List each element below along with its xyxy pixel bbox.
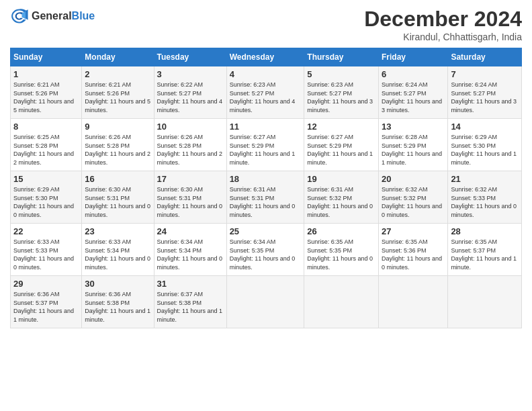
calendar-cell	[304, 276, 379, 328]
calendar-cell: 15 Sunrise: 6:29 AM Sunset: 5:30 PM Dayl…	[11, 171, 82, 224]
day-number: 7	[451, 69, 519, 79]
subtitle: Kirandul, Chhattisgarh, India	[364, 32, 522, 42]
calendar-cell: 29 Sunrise: 6:36 AM Sunset: 5:37 PM Dayl…	[11, 276, 82, 328]
day-info: Sunrise: 6:34 AM Sunset: 5:35 PM Dayligh…	[230, 238, 302, 271]
day-info: Sunrise: 6:26 AM Sunset: 5:28 PM Dayligh…	[85, 133, 150, 167]
page: GeneralBlue December 2024 Kirandul, Chha…	[0, 0, 532, 335]
logo: GeneralBlue	[10, 7, 95, 26]
day-info: Sunrise: 6:23 AM Sunset: 5:27 PM Dayligh…	[307, 81, 375, 114]
calendar-week-5: 29 Sunrise: 6:36 AM Sunset: 5:37 PM Dayl…	[11, 276, 522, 328]
logo-icon	[10, 7, 29, 26]
calendar-week-2: 8 Sunrise: 6:25 AM Sunset: 5:28 PM Dayli…	[11, 119, 522, 171]
calendar-cell: 3 Sunrise: 6:22 AM Sunset: 5:27 PM Dayli…	[154, 66, 226, 119]
day-info: Sunrise: 6:22 AM Sunset: 5:27 PM Dayligh…	[157, 81, 224, 114]
calendar-cell: 2 Sunrise: 6:21 AM Sunset: 5:26 PM Dayli…	[82, 66, 154, 119]
day-number: 27	[382, 226, 445, 236]
day-number: 18	[230, 174, 302, 184]
calendar-cell: 26 Sunrise: 6:35 AM Sunset: 5:35 PM Dayl…	[304, 224, 379, 276]
day-number: 30	[85, 279, 150, 289]
day-number: 13	[382, 122, 445, 132]
day-info: Sunrise: 6:25 AM Sunset: 5:28 PM Dayligh…	[13, 133, 79, 167]
day-number: 8	[13, 122, 79, 132]
calendar-cell: 24 Sunrise: 6:34 AM Sunset: 5:34 PM Dayl…	[154, 224, 226, 276]
calendar-cell: 11 Sunrise: 6:27 AM Sunset: 5:29 PM Dayl…	[226, 119, 304, 171]
day-info: Sunrise: 6:30 AM Sunset: 5:31 PM Dayligh…	[157, 185, 224, 219]
day-info: Sunrise: 6:29 AM Sunset: 5:30 PM Dayligh…	[13, 185, 79, 219]
day-number: 5	[307, 69, 375, 79]
day-info: Sunrise: 6:24 AM Sunset: 5:27 PM Dayligh…	[451, 81, 519, 114]
calendar-cell: 14 Sunrise: 6:29 AM Sunset: 5:30 PM Dayl…	[448, 119, 522, 171]
day-number: 10	[157, 122, 224, 132]
day-info: Sunrise: 6:35 AM Sunset: 5:36 PM Dayligh…	[382, 238, 445, 271]
day-number: 11	[230, 122, 302, 132]
day-info: Sunrise: 6:35 AM Sunset: 5:35 PM Dayligh…	[307, 238, 375, 271]
day-info: Sunrise: 6:27 AM Sunset: 5:29 PM Dayligh…	[230, 133, 302, 167]
month-title: December 2024	[364, 7, 522, 32]
calendar-cell	[226, 276, 304, 328]
calendar-cell: 27 Sunrise: 6:35 AM Sunset: 5:36 PM Dayl…	[379, 224, 448, 276]
calendar-cell: 6 Sunrise: 6:24 AM Sunset: 5:27 PM Dayli…	[379, 66, 448, 119]
day-info: Sunrise: 6:31 AM Sunset: 5:31 PM Dayligh…	[230, 185, 302, 219]
calendar-table: SundayMondayTuesdayWednesdayThursdayFrid…	[10, 48, 522, 328]
calendar-cell: 10 Sunrise: 6:26 AM Sunset: 5:28 PM Dayl…	[154, 119, 226, 171]
day-number: 6	[382, 69, 445, 79]
calendar-cell: 19 Sunrise: 6:31 AM Sunset: 5:32 PM Dayl…	[304, 171, 379, 224]
day-info: Sunrise: 6:30 AM Sunset: 5:31 PM Dayligh…	[85, 185, 150, 219]
day-info: Sunrise: 6:21 AM Sunset: 5:26 PM Dayligh…	[85, 81, 150, 114]
calendar-cell: 13 Sunrise: 6:28 AM Sunset: 5:29 PM Dayl…	[379, 119, 448, 171]
day-info: Sunrise: 6:32 AM Sunset: 5:33 PM Dayligh…	[451, 185, 519, 219]
calendar-cell: 4 Sunrise: 6:23 AM Sunset: 5:27 PM Dayli…	[226, 66, 304, 119]
day-info: Sunrise: 6:36 AM Sunset: 5:38 PM Dayligh…	[85, 290, 150, 324]
calendar-week-3: 15 Sunrise: 6:29 AM Sunset: 5:30 PM Dayl…	[11, 171, 522, 224]
day-number: 9	[85, 122, 150, 132]
header-day-monday: Monday	[82, 48, 154, 66]
calendar-cell	[379, 276, 448, 328]
day-number: 20	[382, 174, 445, 184]
day-number: 12	[307, 122, 375, 132]
calendar-cell: 1 Sunrise: 6:21 AM Sunset: 5:26 PM Dayli…	[11, 66, 82, 119]
day-number: 1	[13, 69, 79, 79]
calendar-cell: 16 Sunrise: 6:30 AM Sunset: 5:31 PM Dayl…	[82, 171, 154, 224]
logo-text: GeneralBlue	[32, 10, 95, 22]
calendar-cell: 21 Sunrise: 6:32 AM Sunset: 5:33 PM Dayl…	[448, 171, 522, 224]
day-number: 3	[157, 69, 224, 79]
day-number: 16	[85, 174, 150, 184]
day-number: 4	[230, 69, 302, 79]
calendar-cell: 23 Sunrise: 6:33 AM Sunset: 5:34 PM Dayl…	[82, 224, 154, 276]
header-day-tuesday: Tuesday	[154, 48, 226, 66]
day-number: 31	[157, 279, 224, 289]
day-info: Sunrise: 6:21 AM Sunset: 5:26 PM Dayligh…	[13, 81, 79, 114]
calendar-cell: 9 Sunrise: 6:26 AM Sunset: 5:28 PM Dayli…	[82, 119, 154, 171]
calendar-cell: 17 Sunrise: 6:30 AM Sunset: 5:31 PM Dayl…	[154, 171, 226, 224]
day-info: Sunrise: 6:34 AM Sunset: 5:34 PM Dayligh…	[157, 238, 224, 271]
day-number: 29	[13, 279, 79, 289]
day-number: 14	[451, 122, 519, 132]
day-info: Sunrise: 6:29 AM Sunset: 5:30 PM Dayligh…	[451, 133, 519, 167]
day-info: Sunrise: 6:26 AM Sunset: 5:28 PM Dayligh…	[157, 133, 224, 167]
day-info: Sunrise: 6:33 AM Sunset: 5:33 PM Dayligh…	[13, 238, 79, 271]
day-number: 21	[451, 174, 519, 184]
day-info: Sunrise: 6:36 AM Sunset: 5:37 PM Dayligh…	[13, 290, 79, 324]
calendar-cell: 25 Sunrise: 6:34 AM Sunset: 5:35 PM Dayl…	[226, 224, 304, 276]
day-number: 2	[85, 69, 150, 79]
day-info: Sunrise: 6:23 AM Sunset: 5:27 PM Dayligh…	[230, 81, 302, 114]
header-row: SundayMondayTuesdayWednesdayThursdayFrid…	[11, 48, 522, 66]
calendar-cell: 5 Sunrise: 6:23 AM Sunset: 5:27 PM Dayli…	[304, 66, 379, 119]
day-info: Sunrise: 6:35 AM Sunset: 5:37 PM Dayligh…	[451, 238, 519, 271]
day-number: 24	[157, 226, 224, 236]
header: GeneralBlue December 2024 Kirandul, Chha…	[10, 7, 522, 42]
title-block: December 2024 Kirandul, Chhattisgarh, In…	[364, 7, 522, 42]
day-number: 28	[451, 226, 519, 236]
header-day-thursday: Thursday	[304, 48, 379, 66]
calendar-cell: 12 Sunrise: 6:27 AM Sunset: 5:29 PM Dayl…	[304, 119, 379, 171]
calendar-cell	[448, 276, 522, 328]
calendar-cell: 7 Sunrise: 6:24 AM Sunset: 5:27 PM Dayli…	[448, 66, 522, 119]
day-info: Sunrise: 6:31 AM Sunset: 5:32 PM Dayligh…	[307, 185, 375, 219]
calendar-cell: 31 Sunrise: 6:37 AM Sunset: 5:38 PM Dayl…	[154, 276, 226, 328]
header-day-wednesday: Wednesday	[226, 48, 304, 66]
calendar-cell: 8 Sunrise: 6:25 AM Sunset: 5:28 PM Dayli…	[11, 119, 82, 171]
header-day-sunday: Sunday	[11, 48, 82, 66]
day-info: Sunrise: 6:37 AM Sunset: 5:38 PM Dayligh…	[157, 290, 224, 324]
day-number: 25	[230, 226, 302, 236]
calendar-cell: 28 Sunrise: 6:35 AM Sunset: 5:37 PM Dayl…	[448, 224, 522, 276]
